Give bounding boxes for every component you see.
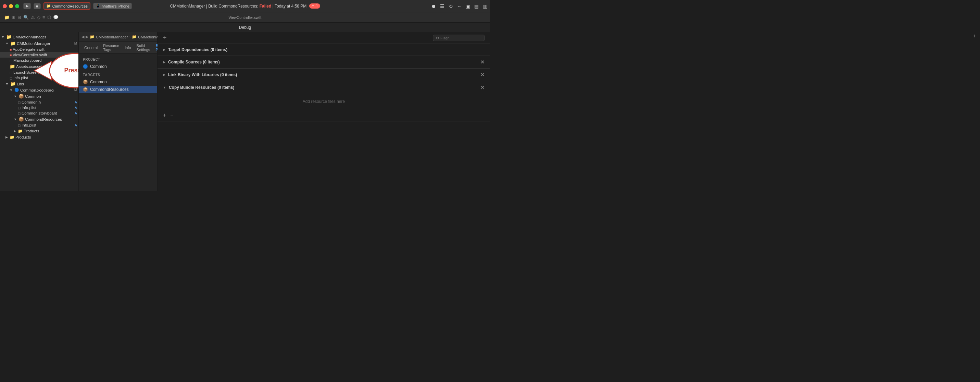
title-bar-right: ⏺ ☰ ⟲ ← ▣ ▤ ▥ — [431, 3, 487, 9]
xcodeproj-item[interactable]: ▼ 🔵 Common.xcodeproj M — [0, 87, 78, 93]
cr-arrow: ▼ — [14, 118, 17, 121]
minimize-button[interactable] — [9, 4, 13, 8]
tree-root[interactable]: ▼ 📁 CMMotionManager — [0, 34, 78, 40]
content-filter-input[interactable] — [440, 36, 481, 40]
target-cr-icon: 📦 — [83, 87, 88, 92]
tab-resource-tags[interactable]: Resource Tags — [100, 42, 122, 53]
close-button[interactable] — [3, 4, 7, 8]
bc-cmmotion2-icon: 📁 — [132, 35, 137, 39]
products-root-icon: 📁 — [10, 135, 14, 139]
tag-icon[interactable]: ⬡ — [47, 15, 51, 20]
common-storyboard-label: Common.storyboard — [22, 111, 57, 115]
common-h-item[interactable]: ◻ Common.h A — [0, 99, 78, 105]
info-plist-item[interactable]: ◻ Info.plist — [0, 75, 78, 81]
cs-close-button[interactable]: ✕ — [480, 59, 485, 65]
stop-button[interactable]: ■ — [33, 3, 41, 9]
common-storyboard-badge: A — [75, 112, 77, 115]
add-phase-button[interactable]: + — [163, 34, 167, 42]
common-group[interactable]: ▼ 📦 Common — [0, 93, 78, 99]
swift-icon: ■ — [10, 48, 12, 51]
refresh-icon[interactable]: ⟲ — [449, 3, 453, 9]
build-phases-sections: ▶ Target Dependencies (0 items) ▶ Compil… — [158, 44, 490, 191]
tab-info[interactable]: Info — [122, 44, 134, 51]
bc-sep1: › — [129, 35, 131, 39]
copy-bundle-header[interactable]: ▼ Copy Bundle Resources (0 items) ✕ — [158, 81, 490, 94]
chat-icon[interactable]: 💬 — [53, 15, 59, 20]
products-root-folder[interactable]: ▶ 📁 Products — [0, 134, 78, 140]
project-item-common[interactable]: 🔵 Common — [79, 63, 157, 70]
cr-info-plist-item[interactable]: ◻ Info.plist A — [0, 122, 78, 128]
viewcontroller-item[interactable]: ■ ViewController.swift M — [0, 52, 78, 58]
common-group-label: Common — [25, 94, 41, 98]
products-root-label: Products — [16, 135, 31, 139]
collapse-arrow: ▼ — [2, 35, 5, 39]
libs-arrow: ▼ — [5, 82, 9, 86]
project-section-header: PROJECT — [79, 56, 157, 63]
toolbar-icons: 📁 ⊞ ⊟ 🔍 ⚠ ◇ ≡ ⬡ 💬 — [4, 15, 59, 20]
common-storyboard-item[interactable]: ◻ Common.storyboard A — [0, 110, 78, 116]
swift-icon2: ■ — [10, 53, 12, 57]
lb-close-button[interactable]: ✕ — [480, 72, 485, 77]
main-storyboard-item[interactable]: ◻ Main.storyboard — [0, 58, 78, 63]
link-binary-header[interactable]: ▶ Link Binary With Libraries (0 items) ✕ — [158, 69, 490, 81]
play-button[interactable]: ▶ — [23, 3, 31, 9]
add-resource-button[interactable]: + — [163, 112, 166, 118]
target-dependencies-header[interactable]: ▶ Target Dependencies (0 items) — [158, 44, 490, 56]
content-top-bar: + ⊙ — [158, 32, 490, 44]
bc-nav-right[interactable]: ▶ — [86, 35, 88, 39]
content-filter-area: ⊙ — [433, 35, 485, 41]
folder-icon[interactable]: 📁 — [4, 15, 10, 20]
record-icon[interactable]: ⏺ — [431, 3, 436, 9]
maximize-button[interactable] — [15, 4, 19, 8]
common-info-plist-item[interactable]: ◻ Info.plist A — [0, 105, 78, 110]
proj-common-label: Common — [90, 64, 107, 69]
target-common-item[interactable]: 📦 Common — [79, 78, 157, 86]
layout2-icon[interactable]: ▤ — [474, 3, 479, 9]
remove-resource-button[interactable]: − — [170, 112, 173, 118]
appdelegate-item[interactable]: ■ AppDelegate.swift — [0, 46, 78, 52]
project-name-text: CMMotionManager | Build CommondResources… — [170, 4, 259, 9]
bc-nav-left[interactable]: ◀ — [81, 35, 84, 39]
target-commandresources-item[interactable]: 📦 CommondResources — [79, 86, 157, 93]
common-h-badge: A — [75, 101, 77, 104]
libs-folder[interactable]: ▼ 📁 Libs — [0, 81, 78, 87]
list-icon[interactable]: ≡ — [43, 15, 45, 20]
cbr-close-button[interactable]: ✕ — [480, 85, 485, 90]
device-label: nhatlee's iPhone — [102, 4, 129, 8]
compile-sources-header[interactable]: ▶ Compile Sources (0 items) ✕ — [158, 56, 490, 68]
products-sub-folder[interactable]: ▶ 📁 Products — [0, 128, 78, 134]
diamond-icon[interactable]: ◇ — [37, 15, 40, 20]
bc-cmmotion[interactable]: CMMotionManager — [96, 35, 128, 39]
assets-item[interactable]: 📁 Assets.xcassets — [0, 63, 78, 70]
common-storyboard-icon: ◻ — [18, 112, 21, 115]
products-sub-arrow: ▶ — [14, 129, 16, 133]
warn-icon[interactable]: ⚠ — [31, 15, 35, 20]
device-selector[interactable]: 📱 nhatlee's iPhone — [93, 3, 132, 9]
project-navigator: ◀ ▶ 📁 CMMotionManager › 📁 CMMotionManage… — [79, 32, 158, 191]
xcodeproj-arrow: ▼ — [10, 88, 13, 92]
xcodeproj-label: Common.xcodeproj — [20, 88, 54, 92]
toolbar-left: 📁 ⊞ ⊟ 🔍 ⚠ ◇ ≡ ⬡ 💬 — [0, 15, 59, 20]
error-badge: ⚠ 1 — [309, 3, 320, 9]
back-icon[interactable]: ← — [457, 3, 461, 9]
tab-general[interactable]: General — [81, 44, 100, 51]
layout3-icon[interactable]: ▥ — [483, 3, 487, 9]
layout1-icon[interactable]: ▣ — [466, 3, 470, 9]
compile-sources-section: ▶ Compile Sources (0 items) ✕ — [158, 56, 490, 69]
common-group-icon: 📦 — [19, 94, 24, 99]
launchscreen-item[interactable]: ◻ LaunchScreen.storyboard — [0, 70, 78, 75]
cr-info-plist-label: Info.plist — [22, 123, 36, 127]
project-editor-tabs: General Resource Tags Info Build Setting… — [79, 42, 157, 53]
file-navigator: ▼ 📁 CMMotionManager ▼ 📁 CMMotionManager … — [0, 32, 79, 191]
command-resources-group[interactable]: ▼ 📦 CommondResources — [0, 116, 78, 122]
cmmotion-folder-icon: 📁 — [10, 41, 16, 46]
tab-build-settings[interactable]: Build Settings — [134, 42, 153, 53]
launchscreen-label: LaunchScreen.storyboard — [13, 70, 59, 74]
align-icon[interactable]: ☰ — [440, 3, 444, 9]
root-folder-icon: 📁 — [6, 34, 12, 40]
cmmotion-group[interactable]: ▼ 📁 CMMotionManager M — [0, 40, 78, 46]
search-icon[interactable]: 🔍 — [23, 15, 29, 20]
grid-icon[interactable]: ⊞ — [12, 15, 16, 20]
scheme-selector[interactable]: 📁 CommondResources — [43, 2, 91, 10]
hierarchy-icon[interactable]: ⊟ — [18, 15, 21, 20]
